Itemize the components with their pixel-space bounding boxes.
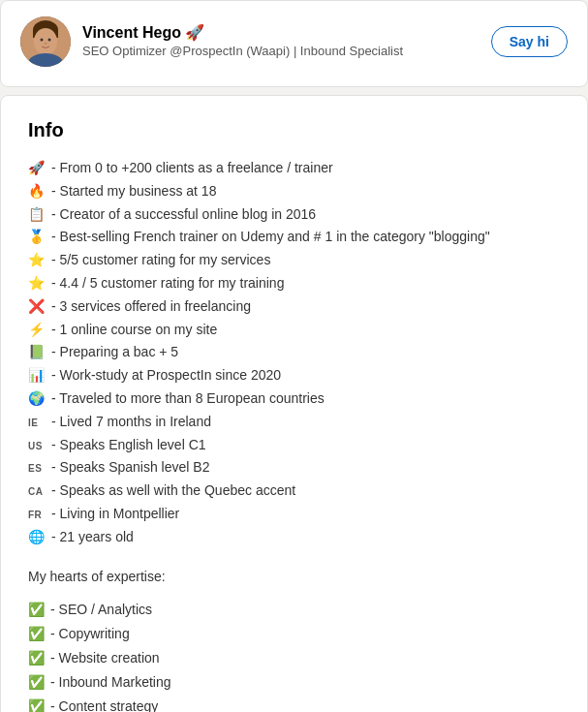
expertise-list-item: ✅- Website creation xyxy=(28,646,560,670)
say-hi-button[interactable]: Say hi xyxy=(491,26,568,57)
emoji-icon: ⭐ xyxy=(28,249,47,272)
profile-title: SEO Optimizer @ProspectIn (Waapi) | Inbo… xyxy=(82,43,403,60)
info-list-item: ie- Lived 7 months in Ireland xyxy=(28,411,560,434)
profile-left: Vincent Hego 🚀 SEO Optimizer @ProspectIn… xyxy=(20,16,403,67)
info-item-text: - 4.4 / 5 customer rating for my trainin… xyxy=(51,272,284,295)
info-list-item: 🌍- Traveled to more than 8 European coun… xyxy=(28,387,560,411)
info-list-item: ca- Speaks as well with the Quebec accen… xyxy=(28,480,560,503)
expertise-list-item: ✅- Inbound Marketing xyxy=(28,670,560,695)
info-item-text: - Creator of a successful online blog in… xyxy=(51,203,316,227)
emoji-icon: 📋 xyxy=(28,203,47,227)
info-list-item: us- Speaks English level C1 xyxy=(28,434,560,457)
emoji-icon: 🥇 xyxy=(28,226,47,249)
info-list-item: ⭐- 5/5 customer rating for my services xyxy=(28,249,560,272)
expertise-item-text: - Website creation xyxy=(50,646,160,670)
info-item-text: - Preparing a bac + 5 xyxy=(51,341,178,364)
expertise-list-item: ✅- Content strategy xyxy=(28,695,560,712)
emoji-icon: 📗 xyxy=(28,341,47,364)
emoji-icon: 🌐 xyxy=(28,526,47,549)
emoji-icon: ⭐ xyxy=(28,272,47,295)
profile-info: Vincent Hego 🚀 SEO Optimizer @ProspectIn… xyxy=(82,23,403,61)
avatar xyxy=(20,16,71,67)
info-list: 🚀- From 0 to +200 clients as a freelance… xyxy=(28,157,560,549)
info-card: Info 🚀- From 0 to +200 clients as a free… xyxy=(0,95,588,712)
profile-card: Vincent Hego 🚀 SEO Optimizer @ProspectIn… xyxy=(0,0,588,87)
info-item-text: - Traveled to more than 8 European count… xyxy=(51,387,325,411)
info-list-item: 🥇- Best-selling French trainer on Udemy … xyxy=(28,226,560,249)
info-list-item: 📋- Creator of a successful online blog i… xyxy=(28,203,560,227)
flag-label: us xyxy=(28,438,47,454)
info-item-text: - Best-selling French trainer on Udemy a… xyxy=(51,226,490,249)
info-list-item: ⚡- 1 online course on my site xyxy=(28,319,560,342)
check-icon: ✅ xyxy=(28,670,45,695)
info-item-text: - Speaks as well with the Quebec accent xyxy=(51,480,295,503)
info-item-text: - 1 online course on my site xyxy=(51,319,217,342)
flag-label: ie xyxy=(28,415,47,431)
info-item-text: - 21 years old xyxy=(51,526,134,549)
check-icon: ✅ xyxy=(28,622,45,646)
expertise-item-text: - Copywriting xyxy=(50,622,130,646)
expertise-item-text: - Inbound Marketing xyxy=(50,670,171,695)
emoji-icon: 🔥 xyxy=(28,180,47,203)
expertise-list-item: ✅- SEO / Analytics xyxy=(28,598,560,622)
info-item-text: - Living in Montpellier xyxy=(51,503,179,526)
svg-point-5 xyxy=(48,39,51,42)
expertise-item-text: - SEO / Analytics xyxy=(50,598,152,622)
check-icon: ✅ xyxy=(28,598,45,622)
flag-label: ca xyxy=(28,483,47,500)
svg-point-6 xyxy=(45,43,47,45)
info-item-text: - 3 services offered in freelancing xyxy=(51,295,251,319)
profile-name: Vincent Hego 🚀 xyxy=(82,23,403,44)
info-list-item: 🌐- 21 years old xyxy=(28,526,560,549)
info-list-item: ❌- 3 services offered in freelancing xyxy=(28,295,560,319)
flag-label: fr xyxy=(28,507,47,523)
info-item-text: - From 0 to +200 clients as a freelance … xyxy=(51,157,333,180)
info-item-text: - Work-study at ProspectIn since 2020 xyxy=(51,364,281,387)
info-item-text: - Speaks Spanish level B2 xyxy=(51,456,209,480)
info-list-item: es- Speaks Spanish level B2 xyxy=(28,456,560,480)
info-item-text: - 5/5 customer rating for my services xyxy=(51,249,270,272)
info-list-item: 🔥- Started my business at 18 xyxy=(28,180,560,203)
hearts-label: My hearts of expertise: xyxy=(28,569,560,584)
flag-label: es xyxy=(28,460,47,477)
emoji-icon: 🌍 xyxy=(28,387,47,411)
info-list-item: 📗- Preparing a bac + 5 xyxy=(28,341,560,364)
emoji-icon: ⚡ xyxy=(28,319,47,342)
expertise-list-item: ✅- Copywriting xyxy=(28,622,560,646)
info-list-item: ⭐- 4.4 / 5 customer rating for my traini… xyxy=(28,272,560,295)
expertise-item-text: - Content strategy xyxy=(50,695,158,712)
info-list-item: fr- Living in Montpellier xyxy=(28,503,560,526)
emoji-icon: 📊 xyxy=(28,364,47,387)
check-icon: ✅ xyxy=(28,646,45,670)
info-list-item: 🚀- From 0 to +200 clients as a freelance… xyxy=(28,157,560,180)
info-item-text: - Lived 7 months in Ireland xyxy=(51,411,211,434)
info-item-text: - Started my business at 18 xyxy=(51,180,216,203)
svg-point-3 xyxy=(34,28,57,55)
expertise-list: ✅- SEO / Analytics✅- Copywriting✅- Websi… xyxy=(28,598,560,712)
info-item-text: - Speaks English level C1 xyxy=(51,434,206,457)
emoji-icon: 🚀 xyxy=(28,157,47,180)
info-title: Info xyxy=(28,119,560,141)
svg-point-4 xyxy=(41,39,44,42)
check-icon: ✅ xyxy=(28,695,45,712)
info-list-item: 📊- Work-study at ProspectIn since 2020 xyxy=(28,364,560,387)
emoji-icon: ❌ xyxy=(28,295,47,319)
